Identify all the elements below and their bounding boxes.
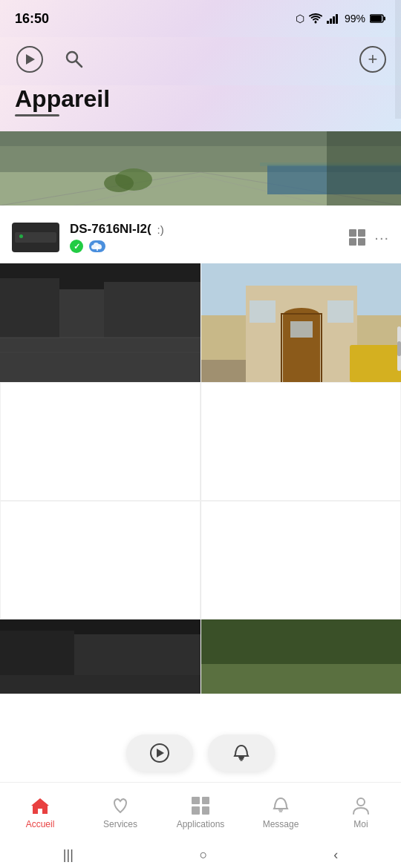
svg-rect-25 xyxy=(0,278,59,338)
device-icons-row: ✓ xyxy=(70,240,339,253)
battery-icon xyxy=(370,13,386,24)
nav-label-message: Message xyxy=(263,819,299,829)
bluetooth-icon: ⬡ xyxy=(296,13,304,24)
add-device-button[interactable]: + xyxy=(359,46,386,73)
partial-cell-left[interactable] xyxy=(0,619,200,694)
notifications-button[interactable] xyxy=(208,734,275,772)
svg-point-0 xyxy=(314,22,316,24)
camera-grid-row2 xyxy=(0,382,401,501)
play-inner-triangle xyxy=(157,749,164,757)
nav-item-accueil[interactable]: Accueil xyxy=(0,795,80,829)
partial-cell-right[interactable] xyxy=(200,619,401,694)
message-bell-icon xyxy=(270,795,291,816)
svg-rect-4 xyxy=(336,14,338,24)
top-camera-preview[interactable] xyxy=(0,131,401,206)
wifi-icon xyxy=(309,13,322,24)
svg-line-9 xyxy=(76,62,82,68)
device-section: DS-7616NI-I2( :) ✓ xyxy=(0,211,401,694)
camera-grid-row3 xyxy=(0,501,401,619)
device-name-row: DS-7616NI-I2( :) xyxy=(70,222,339,237)
svg-rect-37 xyxy=(290,321,313,338)
page-title: Appareil xyxy=(15,85,386,113)
home-icon xyxy=(30,795,50,816)
system-nav-bar: ||| ○ ‹ xyxy=(0,841,401,868)
svg-rect-26 xyxy=(59,289,104,338)
bell-icon xyxy=(232,743,251,763)
nav-label-moi: Moi xyxy=(353,819,368,829)
bottom-nav: Accueil Services Applications xyxy=(0,782,401,841)
heart-icon xyxy=(110,795,131,816)
search-icon xyxy=(64,49,85,70)
nav-label-applications: Applications xyxy=(177,819,225,829)
page-title-area: Appareil xyxy=(0,85,401,131)
status-icons: ⬡ 99% xyxy=(296,13,386,24)
cloud-status-icon xyxy=(89,240,105,252)
camera1-scene xyxy=(0,263,200,382)
header-left-icons xyxy=(15,45,89,74)
app-header: + xyxy=(0,37,401,85)
svg-rect-23 xyxy=(0,330,200,382)
camera-cell-1[interactable] xyxy=(0,263,200,382)
svg-rect-1 xyxy=(327,21,329,24)
blank-cell-left xyxy=(0,382,200,501)
svg-point-18 xyxy=(104,174,134,192)
camera-preview-scene xyxy=(0,131,401,206)
scroll-thumb xyxy=(397,341,401,356)
nvr-body xyxy=(15,232,56,243)
playback-control-button[interactable] xyxy=(126,734,193,772)
nav-label-services: Services xyxy=(103,819,137,829)
title-underline xyxy=(15,114,59,116)
signal-icon xyxy=(327,13,340,24)
playback-button[interactable] xyxy=(15,45,45,74)
search-button[interactable] xyxy=(59,45,89,74)
play-circle-icon xyxy=(16,46,43,73)
scroll-indicator xyxy=(397,326,401,371)
svg-rect-27 xyxy=(104,282,200,338)
bottom-controls xyxy=(0,727,401,779)
check-icon: ✓ xyxy=(74,242,80,251)
nav-item-applications[interactable]: Applications xyxy=(160,795,241,829)
svg-rect-38 xyxy=(250,300,276,323)
nvr-status-light xyxy=(19,234,23,238)
nav-item-services[interactable]: Services xyxy=(80,795,160,829)
partial-cam-right xyxy=(201,619,401,694)
person-icon xyxy=(351,795,371,816)
camera-grid-row4 xyxy=(0,619,401,694)
camera2-scene xyxy=(201,263,401,382)
nav-item-message[interactable]: Message xyxy=(241,795,321,829)
svg-rect-3 xyxy=(333,16,335,24)
svg-point-53 xyxy=(357,798,365,806)
blank-cell-right xyxy=(200,382,401,501)
cloud-svg xyxy=(91,242,103,251)
system-nav-back[interactable]: ‹ xyxy=(333,847,338,863)
blank-cell-left2 xyxy=(0,501,200,619)
svg-rect-21 xyxy=(327,131,401,206)
svg-rect-39 xyxy=(327,300,353,323)
status-time: 16:50 xyxy=(15,11,49,27)
system-nav-home[interactable]: ○ xyxy=(200,847,208,863)
device-name: DS-7616NI-I2( xyxy=(70,222,151,237)
svg-rect-46 xyxy=(201,664,401,694)
status-bar: 16:50 ⬡ 99% xyxy=(0,0,401,37)
device-info: DS-7616NI-I2( :) ✓ xyxy=(70,222,339,253)
blank-cell-right2 xyxy=(200,501,401,619)
more-options-button[interactable]: ··· xyxy=(374,229,389,246)
device-thumbnail xyxy=(12,223,59,252)
play-btn-inner xyxy=(150,743,169,763)
device-header: DS-7616NI-I2( :) ✓ xyxy=(0,211,401,263)
battery-percentage: 99% xyxy=(345,13,365,24)
partial-cam-left xyxy=(0,619,200,694)
svg-rect-43 xyxy=(0,631,74,675)
camera-cell-2[interactable] xyxy=(200,263,401,382)
online-status-dot: ✓ xyxy=(70,240,83,253)
device-status-suffix: :) xyxy=(157,223,164,236)
svg-rect-40 xyxy=(350,345,401,382)
svg-rect-2 xyxy=(330,19,332,24)
svg-rect-6 xyxy=(371,16,382,22)
apps-icon xyxy=(190,795,211,816)
grid-view-button[interactable] xyxy=(349,229,365,246)
play-triangle xyxy=(26,54,35,65)
svg-rect-7 xyxy=(384,17,386,21)
nav-item-moi[interactable]: Moi xyxy=(321,795,401,829)
system-nav-recent[interactable]: ||| xyxy=(63,847,74,863)
